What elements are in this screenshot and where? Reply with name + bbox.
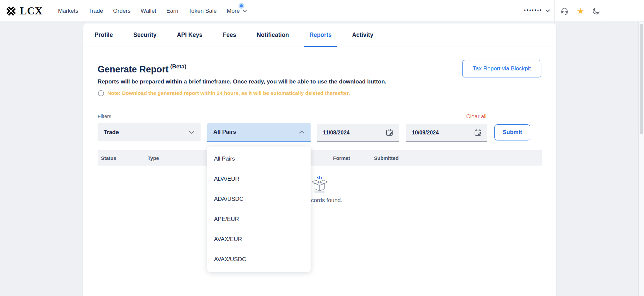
pair-select[interactable]: All Pairs xyxy=(207,123,311,142)
open-box-icon xyxy=(311,175,328,194)
chevron-down-icon xyxy=(189,131,195,134)
calendar-edit-icon xyxy=(385,128,394,137)
brand-name: LCX xyxy=(20,5,43,17)
report-type-select[interactable]: Trade xyxy=(98,123,201,142)
chevron-up-icon xyxy=(299,130,305,134)
divider xyxy=(554,0,555,22)
favorites-star-button[interactable]: ★ xyxy=(577,7,584,15)
brand-logo[interactable]: LCX xyxy=(5,0,43,22)
date-to-input[interactable]: 10/09/2024 xyxy=(406,124,487,142)
nav-item-trade[interactable]: Trade xyxy=(88,8,103,14)
page-scrollbar[interactable] xyxy=(638,22,644,296)
tab-reports[interactable]: Reports xyxy=(304,23,337,47)
tax-report-button[interactable]: Tax Report via Blockpit xyxy=(462,60,541,77)
reports-table-header: Status Type Format Submitted xyxy=(98,150,542,166)
date-from-value: 11/08/2024 xyxy=(323,130,350,136)
nav-more-label: More xyxy=(227,8,240,14)
report-type-value: Trade xyxy=(104,129,119,136)
masked-account-label: ******* xyxy=(524,8,542,14)
pair-option-avax-usdc[interactable]: AVAX/USDC xyxy=(207,249,311,270)
pair-option-ada-eur[interactable]: ADA/EUR xyxy=(207,169,311,189)
star-icon: ★ xyxy=(577,7,584,15)
account-tabs: Profile Security API Keys Fees Notificat… xyxy=(83,23,556,47)
tab-activity[interactable]: Activity xyxy=(347,23,379,47)
nav-item-more[interactable]: More xyxy=(227,8,247,14)
date-to-value: 10/09/2024 xyxy=(412,130,439,136)
nav-item-wallet[interactable]: Wallet xyxy=(141,8,156,14)
page-title: Generate Report(Beta) xyxy=(98,61,186,75)
nav-item-token-sale[interactable]: Token Sale xyxy=(189,8,217,14)
notification-dot-icon xyxy=(240,4,243,7)
nav-item-markets[interactable]: Markets xyxy=(58,8,78,14)
clear-all-link[interactable]: Clear all xyxy=(466,113,487,120)
pair-option-avax-eur[interactable]: AVAX/EUR xyxy=(207,229,311,249)
column-header-status: Status xyxy=(101,155,148,161)
divider xyxy=(608,0,608,22)
report-description: Reports will be prepared within a brief … xyxy=(98,78,386,85)
date-from-input[interactable]: 11/08/2024 xyxy=(317,124,399,142)
beta-badge: (Beta) xyxy=(170,63,186,70)
info-icon xyxy=(98,90,104,97)
main-nav: Markets Trade Orders Wallet Earn Token S… xyxy=(58,0,247,22)
pair-select-value: All Pairs xyxy=(213,129,236,135)
moon-icon xyxy=(592,7,600,15)
pair-option-ape-eur[interactable]: APE/EUR xyxy=(207,209,311,229)
top-navbar: LCX Markets Trade Orders Wallet Earn Tok… xyxy=(0,0,644,22)
tab-api-keys[interactable]: API Keys xyxy=(172,23,208,47)
theme-toggle-button[interactable] xyxy=(592,7,600,15)
nav-item-orders[interactable]: Orders xyxy=(113,8,130,14)
account-card: Profile Security API Keys Fees Notificat… xyxy=(83,23,556,296)
chevron-down-icon xyxy=(545,9,550,12)
filters-label: Filters xyxy=(98,113,111,119)
note-text: Note: Download the generated report with… xyxy=(107,90,350,96)
calendar-edit-icon xyxy=(474,128,483,137)
headset-icon xyxy=(560,7,569,15)
account-menu[interactable]: ******* xyxy=(524,8,550,14)
empty-state: No records found. xyxy=(98,175,542,204)
support-headset-button[interactable] xyxy=(560,7,569,15)
column-header-format: Format xyxy=(333,155,374,161)
nav-item-earn[interactable]: Earn xyxy=(166,8,178,14)
empty-state-message: No records found. xyxy=(98,197,542,204)
submit-button[interactable]: Submit xyxy=(494,124,530,140)
tab-security[interactable]: Security xyxy=(128,23,162,47)
navbar-right-cluster: ******* ★ xyxy=(524,0,644,22)
chevron-down-icon xyxy=(243,10,247,12)
pair-option-all-pairs[interactable]: All Pairs xyxy=(207,149,311,169)
tab-fees[interactable]: Fees xyxy=(217,23,241,47)
lcx-x-mark-icon xyxy=(5,5,17,17)
report-note: Note: Download the generated report with… xyxy=(98,90,350,97)
tab-notification[interactable]: Notification xyxy=(251,23,294,47)
pair-dropdown-panel: All Pairs ADA/EUR ADA/USDC APE/EUR AVAX/… xyxy=(207,146,311,272)
page-title-text: Generate Report xyxy=(98,64,169,74)
column-header-submitted: Submitted xyxy=(374,155,542,161)
scrollbar-thumb[interactable] xyxy=(640,24,643,134)
tab-profile[interactable]: Profile xyxy=(89,23,118,47)
pair-option-ada-usdc[interactable]: ADA/USDC xyxy=(207,189,311,209)
